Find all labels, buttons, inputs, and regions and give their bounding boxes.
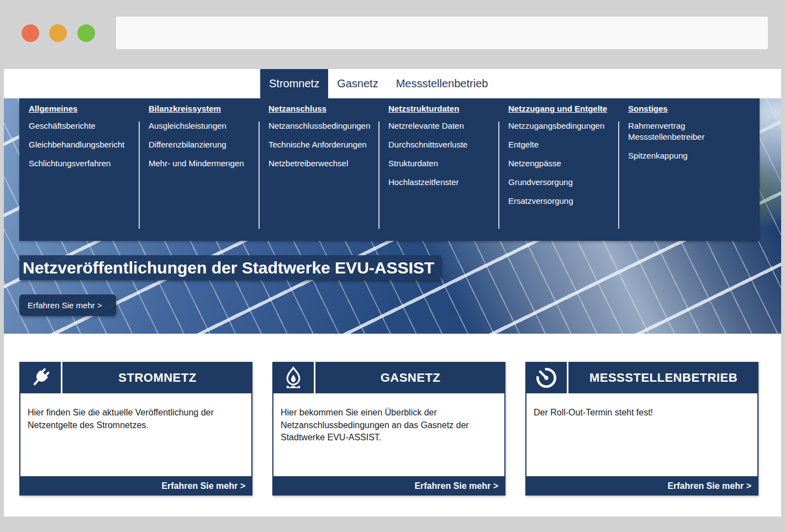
window-minimize-button[interactable] <box>49 24 67 42</box>
card-body-gasnetz: Hier bekommen Sie einen Überblick der Ne… <box>272 393 505 476</box>
menu-item-entgelte[interactable]: Entgelte <box>508 139 619 150</box>
plug-icon <box>19 362 61 393</box>
menu-item-strukturdaten[interactable]: Strukturdaten <box>388 158 499 169</box>
messstellenbetrieb-learn-more-button[interactable]: Erfahren Sie mehr > <box>525 476 758 496</box>
card-body-messstellenbetrieb: Der Roll-Out-Termin steht fest! <box>525 393 758 476</box>
menu-item-schlichtungsverfahren[interactable]: Schlichtungsverfahren <box>29 158 139 169</box>
card-title-stromnetz: STROMNETZ <box>62 362 252 393</box>
card-header: GASNETZ <box>272 362 505 393</box>
menu-item-differenzbilanzierung[interactable]: Differenzbilanzierung <box>149 139 259 150</box>
gasnetz-learn-more-button[interactable]: Erfahren Sie mehr > <box>272 476 505 496</box>
card-text: Hier bekommen Sie einen Überblick der Ne… <box>281 407 497 444</box>
menu-heading-sonstiges[interactable]: Sonstiges <box>628 104 668 113</box>
card-title-messstellenbetrieb: MESSSTELLENBETRIEB <box>568 362 758 393</box>
menu-heading-netzzugang-und-entgelte[interactable]: Netzzugang und Entgelte <box>508 104 607 113</box>
card-title-gasnetz: GASNETZ <box>315 362 505 393</box>
menu-item-technische-anforderungen[interactable]: Technische Anforderungen <box>268 139 379 150</box>
menu-item-netzzugangsbedingungen[interactable]: Netzzugangsbedingungen <box>508 120 619 131</box>
tab-messstellenbetrieb[interactable]: Messstellenbetrieb <box>387 69 497 98</box>
card-body-stromnetz: Hier finden Sie die aktuelle Veröffentli… <box>19 393 252 476</box>
card-text: Der Roll-Out-Termin steht fest! <box>534 407 750 419</box>
menu-item-geschaeftsberichte[interactable]: Geschäftsberichte <box>29 120 139 131</box>
page-title: Netzveröffentlichungen der Stadtwerke EV… <box>19 255 441 280</box>
address-bar[interactable] <box>116 17 768 49</box>
menu-item-netzrelevante-daten[interactable]: Netzrelevante Daten <box>388 120 499 131</box>
menu-heading-netzstrukturdaten[interactable]: Netzstrukturdaten <box>388 104 459 113</box>
window-close-button[interactable] <box>22 24 39 42</box>
card-messstellenbetrieb: MESSSTELLENBETRIEB Der Roll-Out-Termin s… <box>525 362 758 496</box>
tab-stromnetz[interactable]: Stromnetz <box>260 69 328 98</box>
menu-heading-netzanschluss[interactable]: Netzanschluss <box>268 104 326 113</box>
menu-item-grundversorgung[interactable]: Grundversorgung <box>508 177 619 188</box>
menu-item-netzanschlussbedingungen[interactable]: Netzanschlussbedingungen <box>268 120 379 131</box>
hero-learn-more-button[interactable]: Erfahren Sie mehr > <box>19 294 116 316</box>
tab-gasnetz[interactable]: Gasnetz <box>328 69 387 98</box>
menu-heading-bilanzkreissystem[interactable]: Bilanzkreissystem <box>149 104 221 113</box>
window-zoom-button[interactable] <box>77 24 95 42</box>
menu-heading-allgemeines[interactable]: Allgemeines <box>29 104 77 113</box>
main-nav: Stromnetz Gasnetz Messstellenbetrieb <box>4 69 781 98</box>
flame-icon <box>272 362 314 393</box>
menu-item-gleichbehandlungsbericht[interactable]: Gleichbehandlungsbericht <box>29 139 139 150</box>
stromnetz-learn-more-button[interactable]: Erfahren Sie mehr > <box>19 476 252 496</box>
browser-window: Stromnetz Gasnetz Messstellenbetrieb All… <box>0 0 785 532</box>
card-header: MESSSTELLENBETRIEB <box>525 362 758 393</box>
menu-item-rahmenvertrag-messstellenbetreiber[interactable]: Rahmenvertrag Messstellenbetreiber <box>628 120 711 143</box>
menu-column-bilanzkreissystem: Bilanzkreissystem Ausgleichsleistungen D… <box>139 104 259 241</box>
card-text: Hier finden Sie die aktuelle Veröffentli… <box>28 407 244 431</box>
mega-menu: Allgemeines Geschäftsberichte Gleichbeha… <box>19 98 760 241</box>
gauge-icon <box>525 362 567 393</box>
menu-column-netzanschluss: Netzanschluss Netzanschlussbedingungen T… <box>259 104 379 241</box>
menu-item-mehr-und-mindermengen[interactable]: Mehr- und Mindermengen <box>149 158 259 169</box>
menu-item-ersatzversorgung[interactable]: Ersatzversorgung <box>508 196 619 207</box>
menu-column-netzstrukturdaten: Netzstrukturdaten Netzrelevante Daten Du… <box>379 104 499 241</box>
menu-item-durchschnittsverluste[interactable]: Durchschnittsverluste <box>388 139 499 150</box>
menu-item-netzbetreiberwechsel[interactable]: Netzbetreiberwechsel <box>268 158 379 169</box>
webpage: Stromnetz Gasnetz Messstellenbetrieb All… <box>4 69 781 517</box>
menu-item-ausgleichsleistungen[interactable]: Ausgleichsleistungen <box>149 120 259 131</box>
card-header: STROMNETZ <box>19 362 252 393</box>
teaser-cards: STROMNETZ Hier finden Sie die aktuelle V… <box>19 362 762 496</box>
hero-banner: Allgemeines Geschäftsberichte Gleichbeha… <box>4 98 781 334</box>
menu-item-netzengpaesse[interactable]: Netzengpässe <box>508 158 619 169</box>
menu-column-sonstiges: Sonstiges Rahmenvertrag Messstellenbetre… <box>619 104 760 241</box>
menu-column-allgemeines: Allgemeines Geschäftsberichte Gleichbeha… <box>19 104 139 241</box>
card-stromnetz: STROMNETZ Hier finden Sie die aktuelle V… <box>19 362 252 496</box>
menu-item-spitzenkappung[interactable]: Spitzenkappung <box>628 150 760 161</box>
menu-item-hochlastzeitfenster[interactable]: Hochlastzeitfenster <box>388 177 499 188</box>
browser-chrome <box>0 0 785 69</box>
card-gasnetz: GASNETZ Hier bekommen Sie einen Überblic… <box>272 362 505 496</box>
menu-column-netzzugang-und-entgelte: Netzzugang und Entgelte Netzzugangsbedin… <box>499 104 619 241</box>
